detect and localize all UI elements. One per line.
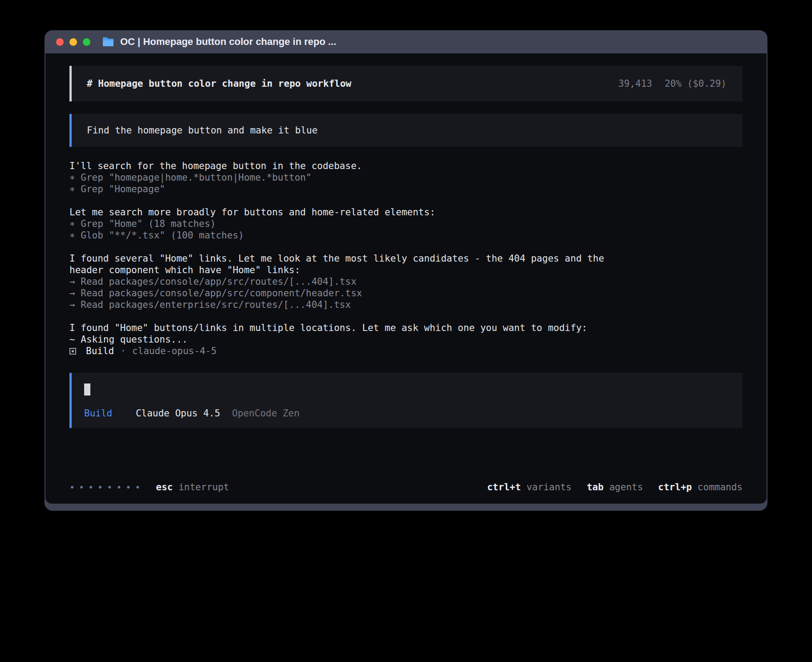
- minimize-button[interactable]: [69, 38, 77, 46]
- hint-label: agents: [609, 482, 643, 492]
- zoom-button[interactable]: [83, 38, 90, 46]
- hint-label: variants: [527, 482, 572, 492]
- session-stats: 39,413 20% ($0.29): [618, 78, 727, 89]
- agent-status-row: Build · claude-opus-4-5: [69, 345, 743, 357]
- agent-name: Build: [86, 345, 114, 357]
- agent-model: claude-opus-4-5: [132, 345, 217, 357]
- close-button[interactable]: [56, 38, 64, 46]
- context-usage: 20% ($0.29): [665, 78, 727, 89]
- prompt-input[interactable]: Build Claude Opus 4.5 OpenCode Zen: [69, 373, 743, 428]
- agent-separator: ·: [120, 345, 126, 357]
- token-count: 39,413: [618, 78, 652, 89]
- hint-label: interrupt: [179, 482, 229, 492]
- assistant-text: Let me search more broadly for buttons a…: [69, 206, 626, 218]
- terminal-content: # Homepage button color change in repo w…: [45, 53, 767, 504]
- hint-key: esc: [156, 482, 173, 492]
- tool-call-glob: ∗ Glob "**/*.tsx" (100 matches): [69, 230, 626, 241]
- assistant-text: I'll search for the homepage button in t…: [69, 160, 626, 172]
- status-bar-right: ctrl+t variants tab agents ctrl+p comman…: [487, 481, 743, 493]
- hint-key: tab: [587, 482, 604, 492]
- hint-commands: ctrl+p commands: [658, 481, 743, 493]
- traffic-lights: [56, 38, 90, 46]
- input-meta-row: Build Claude Opus 4.5 OpenCode Zen: [84, 408, 730, 419]
- status-bar: ∙∙∙∙∙∙∙∙ esc interrupt ctrl+t variants t…: [69, 480, 743, 493]
- tool-call-group: ∗ Grep "homepage|home.*button|Home.*butt…: [69, 172, 626, 195]
- input-provider-label: OpenCode Zen: [232, 408, 300, 419]
- assistant-status-text: ~ Asking questions...: [69, 334, 626, 345]
- tool-call-read: → Read packages/console/app/src/componen…: [69, 287, 626, 299]
- session-title: # Homepage button color change in repo w…: [87, 78, 351, 89]
- tool-call-group: ∗ Grep "Home" (18 matches) ∗ Glob "**/*.…: [69, 218, 626, 241]
- window-title: OC | Homepage button color change in rep…: [120, 36, 336, 48]
- hint-key: ctrl+p: [658, 482, 692, 492]
- tool-call-group: → Read packages/console/app/src/routes/[…: [69, 276, 626, 311]
- assistant-transcript: I'll search for the homepage button in t…: [69, 160, 626, 345]
- hint-key: ctrl+t: [487, 482, 521, 492]
- user-message: Find the homepage button and make it blu…: [69, 114, 743, 147]
- tool-call-grep: ∗ Grep "Homepage": [69, 183, 626, 195]
- folder-icon: [102, 37, 114, 47]
- window-titlebar[interactable]: OC | Homepage button color change in rep…: [45, 30, 767, 53]
- hint-interrupt: esc interrupt: [156, 481, 229, 493]
- user-message-text: Find the homepage button and make it blu…: [87, 125, 317, 136]
- agent-square-icon: [69, 348, 76, 355]
- input-model-label[interactable]: Claude Opus 4.5: [136, 408, 220, 419]
- terminal-window: OC | Homepage button color change in rep…: [45, 30, 767, 511]
- assistant-text: I found several "Home" links. Let me loo…: [69, 253, 626, 276]
- tool-call-grep: ∗ Grep "Home" (18 matches): [69, 218, 626, 230]
- text-cursor: [84, 383, 90, 396]
- session-header: # Homepage button color change in repo w…: [69, 66, 743, 101]
- hint-variants: ctrl+t variants: [487, 481, 572, 493]
- status-bar-left: ∙∙∙∙∙∙∙∙ esc interrupt: [69, 481, 229, 493]
- spinner-dots: ∙∙∙∙∙∙∙∙: [69, 481, 144, 493]
- input-agent-label[interactable]: Build: [84, 408, 112, 419]
- tool-call-read: → Read packages/console/app/src/routes/[…: [69, 276, 626, 287]
- tool-call-read: → Read packages/enterprise/src/routes/[.…: [69, 299, 626, 311]
- assistant-text: I found "Home" buttons/links in multiple…: [69, 322, 626, 334]
- hint-agents: tab agents: [587, 481, 643, 493]
- hint-label: commands: [698, 482, 743, 492]
- tool-call-grep: ∗ Grep "homepage|home.*button|Home.*butt…: [69, 172, 626, 183]
